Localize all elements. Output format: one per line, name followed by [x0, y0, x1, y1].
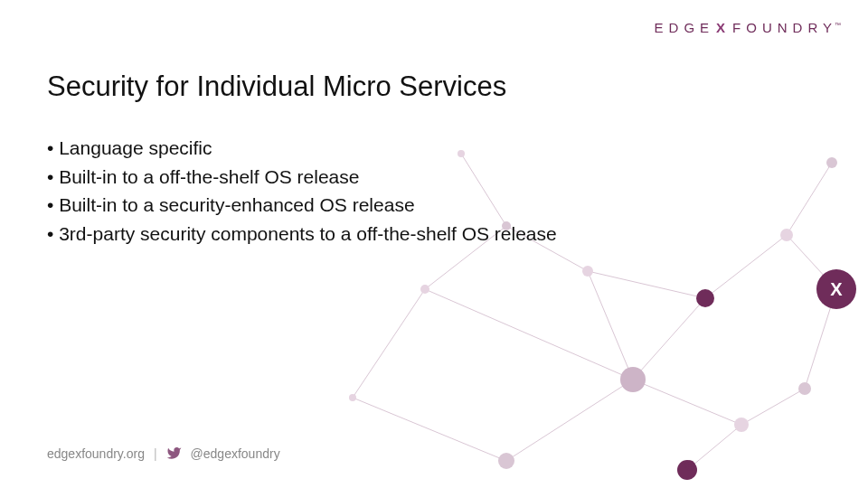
svg-point-30: [816, 269, 856, 309]
svg-line-0: [506, 380, 633, 461]
svg-line-11: [687, 425, 741, 470]
slide: X EDGEXFOUNDRY™ Security for Individual …: [0, 0, 868, 488]
svg-line-10: [741, 389, 805, 425]
footer-site: edgexfoundry.org: [47, 446, 145, 461]
svg-line-1: [633, 380, 741, 425]
bullet-item: Built-in to a off-the-shelf OS release: [47, 163, 557, 192]
svg-line-3: [705, 235, 787, 298]
brand-tm: ™: [835, 22, 841, 28]
svg-point-21: [798, 382, 811, 395]
brand-logo: EDGEXFOUNDRY™: [655, 20, 841, 35]
footer: edgexfoundry.org | @edgexfoundry: [47, 446, 280, 461]
bullet-item: Built-in to a security-enhanced OS relea…: [47, 191, 557, 220]
bullet-list: Language specific Built-in to a off-the-…: [47, 134, 557, 248]
svg-line-16: [353, 398, 506, 461]
footer-handle: @edgexfoundry: [191, 446, 280, 461]
svg-line-13: [588, 271, 633, 380]
svg-line-14: [425, 289, 633, 380]
svg-point-20: [677, 460, 697, 480]
svg-line-4: [787, 235, 836, 289]
brand-foundry: FOUNDRY: [732, 20, 837, 35]
slide-title: Security for Individual Micro Services: [47, 70, 506, 103]
svg-point-23: [780, 229, 793, 241]
svg-line-15: [353, 289, 425, 398]
svg-point-22: [696, 289, 714, 307]
svg-line-2: [633, 298, 705, 380]
brand-x: X: [714, 20, 732, 35]
svg-point-24: [826, 157, 837, 168]
svg-point-32: [685, 461, 694, 470]
twitter-icon: [166, 446, 182, 461]
bullet-item: Language specific: [47, 134, 557, 163]
footer-separator: |: [154, 446, 157, 461]
brand-edge: EDGE: [655, 20, 715, 35]
svg-point-33: [688, 464, 692, 467]
svg-point-29: [349, 394, 356, 401]
svg-line-12: [805, 289, 836, 389]
svg-text:X: X: [830, 279, 843, 299]
svg-point-19: [734, 418, 749, 432]
svg-line-5: [787, 163, 832, 235]
svg-point-28: [420, 285, 429, 294]
bullet-item: 3rd-party security components to a off-t…: [47, 220, 557, 249]
svg-line-6: [588, 271, 705, 298]
svg-point-18: [620, 367, 646, 392]
svg-point-25: [582, 266, 593, 277]
svg-point-17: [498, 453, 514, 469]
